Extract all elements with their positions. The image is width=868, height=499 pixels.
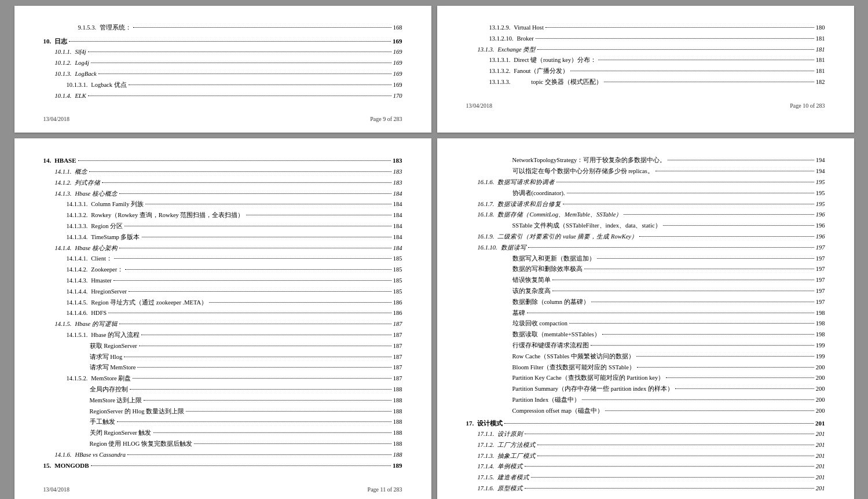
page-9-content: 9.1.5.3. 管理系统： 168 10. 日志 169 10.1.1. Sl…: [43, 23, 402, 101]
toc-entry-partition-index: Partition Index（磁盘中） 200: [512, 395, 825, 405]
toc-entry-close-regionserver: 关闭 RegionServer 触发 188: [90, 428, 402, 438]
toc-entry-write-delete-efficient: 数据的写和删除效率极高 197: [512, 265, 825, 274]
toc-entry-manual-trigger: 手工触发 188: [90, 417, 402, 427]
page-10: 13.1.2.9. Virtual Host 180 13.1.2.10. Br…: [437, 6, 854, 133]
toc-entry-14142: 14.1.4.2. Zookeeper： 185: [67, 265, 402, 275]
toc-entry-1716: 17.1.6. 原型模式 201: [478, 484, 825, 494]
toc-entry-14131: 14.1.3.1. Column Family 列族 184: [67, 200, 402, 210]
page-12-content: NetworkTopologyStrategy：可用于较复杂的多数据中心。 19…: [466, 156, 825, 494]
toc-entry-tombstone: 墓碑 198: [512, 309, 825, 318]
toc-entry-14: 14. HBASE 183: [43, 156, 402, 166]
toc-entry-16110: 16.1.10. 数据读写 197: [478, 243, 825, 253]
toc-entry-coordinator: 协调者(coordinator). 195: [512, 189, 825, 199]
page-11-number: Page 11 of 283: [368, 485, 402, 494]
toc-entry-15: 15. MONGODB 189: [43, 461, 402, 471]
toc-entry-14133: 14.1.3.3. Region 分区 184: [67, 222, 402, 232]
toc-entry-13133: 13.1.3.3. topic 交换器（模式匹配） 182: [489, 78, 825, 87]
toc-entry-14132: 14.1.3.2. Rowkey（Rowkey 查询，Rowkey 范围扫描，全…: [67, 211, 402, 221]
toc-entry-17: 17. 设计模式 201: [466, 419, 825, 429]
page-9-footer: 13/04/2018 Page 9 of 283: [43, 112, 402, 124]
toc-entry-data-write: 数据写入和更新（数据追加） 197: [512, 254, 825, 264]
toc-entry-memstore-limit: MemStore 达到上限 188: [90, 396, 402, 406]
toc-entry-1416: 14.1.6. HBase vs Cassandra 188: [55, 450, 402, 460]
toc-entry-14134: 14.1.3.4. TimeStamp 多版本 184: [67, 233, 402, 243]
page-12: NetworkTopologyStrategy：可用于较复杂的多数据中心。 19…: [437, 138, 854, 499]
document-viewer: 9.1.5.3. 管理系统： 168 10. 日志 169 10.1.1. Sl…: [0, 0, 868, 499]
toc-entry-1715: 17.1.5. 建造者模式 201: [478, 473, 825, 483]
toc-entry-14145: 14.1.4.5. Region 寻址方式（通过 zookeeper .META…: [67, 298, 402, 308]
toc-entry-1413: 14.1.3. Hbase 核心概念 184: [55, 189, 402, 199]
toc-entry-1411: 14.1.1. 概念 183: [55, 167, 402, 177]
toc-entry-write-hlog: 请求写 Hlog 187: [90, 353, 402, 362]
toc-entry-1313: 13.1.3. Exchange 类型 181: [478, 45, 825, 55]
toc-entry-14144: 14.1.4.4. HregionServer 185: [67, 287, 402, 297]
page-9: 9.1.5.3. 管理系统： 168 10. 日志 169 10.1.1. Sl…: [14, 6, 431, 133]
pages-row-bottom: 14. HBASE 183 14.1.1. 概念 183 14.1.2. 列式存…: [14, 138, 854, 499]
toc-entry-data-delete: 数据删除（column 的墓碑） 197: [512, 298, 825, 307]
toc-entry-read-complexity: 该的复杂度高 197: [512, 287, 825, 296]
page-11-date: 13/04/2018: [43, 485, 70, 494]
toc-entry-replicas: 可以指定在每个数据中心分别存储多少份 replicas。 194: [512, 167, 825, 177]
toc-entry-13131: 13.1.3.1. Direct 键（routing key）分布： 181: [489, 56, 825, 65]
toc-entry-1713: 17.1.3. 抽象工厂模式 201: [478, 452, 825, 461]
toc-entry-sstable-files: SSTable 文件构成（SSTableFilter、index、data、st…: [512, 221, 825, 231]
toc-entry-hlog-recovery: Region 使用 HLOG 恢复完数据后触发 188: [90, 439, 402, 449]
toc-entry-partition-key-cache: Partition Key Cache（查找数据可能对应的 Partition …: [512, 373, 825, 383]
toc-entry-1013: 10.1.3. LogBack 169: [55, 69, 402, 79]
toc-entry-nts: NetworkTopologyStrategy：可用于较复杂的多数据中心。 19…: [512, 156, 825, 166]
toc-entry-1711: 17.1.1. 设计原则 201: [478, 430, 825, 439]
toc-entry-14151: 14.1.5.1. Hbase 的写入流程 187: [67, 331, 402, 340]
pages-row-top: 9.1.5.3. 管理系统： 168 10. 日志 169 10.1.1. Sl…: [14, 6, 854, 133]
toc-entry-131210: 13.1.2.10. Broker 181: [489, 34, 825, 44]
toc-entry-1714: 17.1.4. 单例模式 201: [478, 462, 825, 472]
toc-entry-partition-summary: Partition Summary（内存中存储一些 partition inde…: [512, 384, 825, 394]
toc-entry-row-cache: Row Cache（SSTables 中频繁被访问的数据） 199: [512, 352, 825, 362]
page-11: 14. HBASE 183 14.1.1. 概念 183 14.1.2. 列式存…: [14, 138, 431, 499]
page-10-content: 13.1.2.9. Virtual Host 180 13.1.2.10. Br…: [466, 23, 825, 87]
toc-entry-bloom-filter: Bloom Filter（查找数据可能对应的 SSTable） 200: [512, 363, 825, 373]
toc-entry-1619: 16.1.9. 二级索引（对要索引的 value 摘要，生成 RowKey） 1…: [478, 232, 825, 242]
toc-entry-14146: 14.1.4.6. HDFS 186: [67, 309, 402, 318]
toc-entry-1014: 10.1.4. ELK 170: [55, 91, 402, 101]
toc-entry-1412: 14.1.2. 列式存储 183: [55, 178, 402, 188]
toc-entry-get-regionserver: 获取 RegionServer 187: [90, 342, 402, 351]
toc-entry-10: 10. 日志 169: [43, 36, 402, 47]
toc-entry-1415: 14.1.5. Hbase 的写逻辑 187: [55, 320, 402, 329]
toc-entry-1011: 10.1.1. Slf4j 169: [55, 47, 402, 57]
toc-entry-1616: 16.1.6. 数据写请求和协调者 195: [478, 178, 825, 188]
toc-entry-1414: 14.1.4. Hbase 核心架构 184: [55, 244, 402, 254]
toc-entry-data-read: 数据读取（memtable+SSTables） 198: [512, 330, 825, 340]
toc-entry-10131: 10.1.3.1. Logback 优点 169: [67, 80, 402, 90]
toc-entry-1618: 16.1.8. 数据存储（CommitLog、MemTable、SSTable）…: [478, 210, 825, 220]
toc-entry-13129: 13.1.2.9. Virtual Host 180: [489, 23, 825, 33]
toc-entry-14143: 14.1.4.3. Hmaster 185: [67, 276, 402, 286]
toc-entry-13132: 13.1.3.2. Fanout（广播分发） 181: [489, 67, 825, 76]
page-11-content: 14. HBASE 183 14.1.1. 概念 183 14.1.2. 列式存…: [43, 156, 402, 471]
page-11-footer: 13/04/2018 Page 11 of 283: [43, 483, 402, 494]
toc-entry-write-memstore: 请求写 MemStore 187: [90, 363, 402, 373]
toc-entry-compression-offset: Compression offset map（磁盘中） 200: [512, 406, 825, 416]
toc-entry-1712: 17.1.2. 工厂方法模式 201: [478, 441, 825, 450]
toc-entry-14152: 14.1.5.2. MemStore 刷盘 187: [67, 374, 402, 384]
toc-entry-gc-compaction: 垃圾回收 compaction 198: [512, 319, 825, 329]
toc-entry-1012: 10.1.2. Log4j 169: [55, 58, 402, 68]
page-9-date: 13/04/2018: [43, 115, 70, 124]
page-10-footer: 13/04/2018 Page 10 of 283: [466, 99, 825, 111]
toc-entry-regionserver-hlog-limit: RegionServer 的 Hlog 数量达到上限 188: [90, 407, 402, 417]
page-9-number: Page 9 of 283: [370, 115, 402, 124]
page-10-date: 13/04/2018: [466, 101, 493, 111]
page-10-number: Page 10 of 283: [790, 101, 825, 111]
toc-entry-9153: 9.1.5.3. 管理系统： 168: [78, 23, 402, 33]
toc-entry-1617: 16.1.7. 数据读请求和后台修复 195: [478, 200, 825, 210]
toc-entry-error-recovery-simple: 错误恢复简单 197: [512, 276, 825, 285]
toc-entry-global-mem: 全局内存控制 188: [90, 385, 402, 395]
toc-entry-14141: 14.1.4.1. Client： 185: [67, 254, 402, 264]
toc-entry-row-cache-process: 行缓存和键缓存请求流程图 199: [512, 341, 825, 351]
